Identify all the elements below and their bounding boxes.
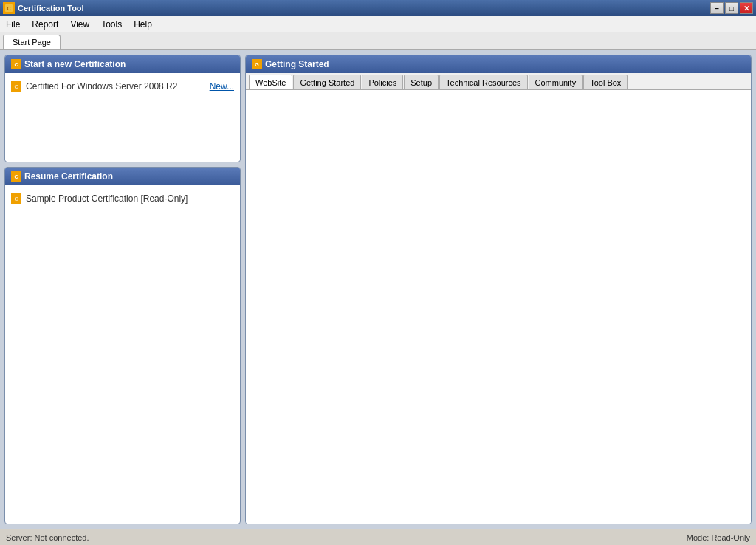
resume-item-icon: C — [11, 193, 21, 204]
inner-tab-strip: WebSite Getting Started Policies Setup T… — [246, 73, 751, 90]
tab-setup[interactable]: Setup — [404, 75, 439, 89]
window-controls: – □ ✕ — [710, 2, 753, 14]
new-cert-header: C Start a new Certification — [5, 55, 240, 73]
new-cert-body: C Certified For Windows Server 2008 R2 N… — [5, 73, 240, 162]
close-button[interactable]: ✕ — [740, 2, 753, 14]
svg-text:C: C — [14, 196, 18, 202]
minimize-button[interactable]: – — [710, 2, 724, 14]
tab-technical-resources[interactable]: Technical Resources — [439, 75, 528, 89]
menu-help[interactable]: Help — [128, 17, 158, 32]
svg-text:C: C — [14, 62, 18, 67]
maximize-button[interactable]: □ — [725, 2, 738, 14]
resume-cert-body: C Sample Product Certification [Read-Onl… — [5, 185, 240, 259]
app-title: Certification Tool — [18, 4, 707, 13]
tab-community[interactable]: Community — [529, 75, 583, 89]
cert-item-icon: C — [11, 81, 21, 92]
tab-toolbox[interactable]: Tool Box — [583, 75, 628, 89]
getting-started-header: G Getting Started — [246, 55, 751, 73]
tab-policies[interactable]: Policies — [362, 75, 403, 89]
getting-started-icon: G — [252, 59, 262, 69]
resume-certification-section: C Resume Certification C Sample Product … — [4, 167, 241, 524]
new-cert-label: Certified For Windows Server 2008 R2 — [26, 81, 205, 92]
title-bar: C Certification Tool – □ ✕ — [0, 0, 756, 16]
menu-file[interactable]: File — [0, 17, 26, 32]
menu-tools[interactable]: Tools — [95, 17, 128, 32]
resume-cert-item-0[interactable]: C Sample Product Certification [Read-Onl… — [11, 191, 234, 206]
resume-cert-icon: C — [11, 171, 21, 182]
menu-bar: File Report View Tools Help — [0, 16, 756, 32]
tab-start-page[interactable]: Start Page — [3, 35, 61, 49]
resume-cert-header: C Resume Certification — [5, 168, 240, 185]
menu-view[interactable]: View — [64, 17, 95, 32]
main-tab-strip: Start Page — [0, 32, 756, 50]
new-cert-item-0[interactable]: C Certified For Windows Server 2008 R2 N… — [11, 79, 234, 94]
menu-report[interactable]: Report — [26, 17, 64, 32]
status-right: Mode: Read-Only — [687, 533, 750, 542]
new-cert-icon: C — [11, 59, 21, 69]
menu-items: File Report View Tools Help — [0, 17, 158, 32]
left-panel: C Start a new Certification C Certified … — [4, 55, 241, 524]
svg-text:C: C — [14, 174, 18, 179]
resume-cert-label: Sample Product Certification [Read-Only] — [26, 193, 234, 204]
status-left: Server: Not connected. — [6, 533, 89, 542]
inner-tab-content — [246, 90, 751, 524]
new-certification-section: C Start a new Certification C Certified … — [4, 55, 241, 162]
status-bar: Server: Not connected. Mode: Read-Only — [0, 529, 756, 545]
svg-text:C: C — [14, 84, 18, 89]
main-content: C Start a new Certification C Certified … — [0, 50, 756, 529]
app-icon: C — [3, 2, 15, 14]
right-panel: G Getting Started WebSite Getting Starte… — [245, 55, 752, 524]
svg-text:C: C — [7, 6, 10, 11]
new-cert-link[interactable]: New... — [210, 81, 234, 92]
svg-text:G: G — [255, 62, 259, 67]
tab-getting-started[interactable]: Getting Started — [293, 75, 361, 89]
tab-website[interactable]: WebSite — [249, 75, 292, 89]
